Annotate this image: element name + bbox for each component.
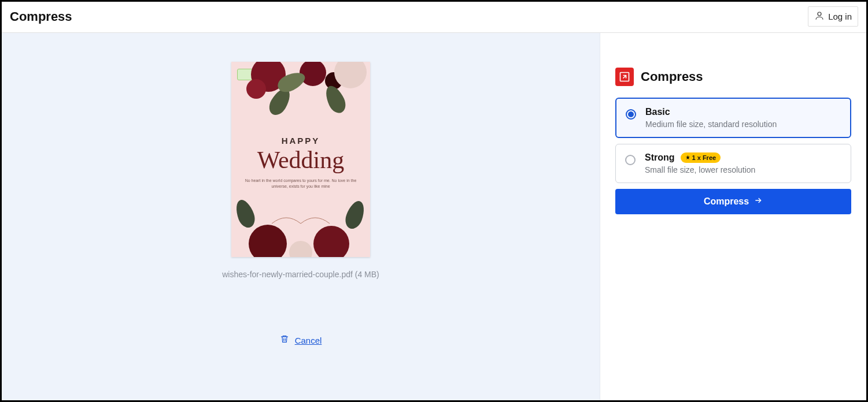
badge-text: 1 x Free: [692, 154, 716, 161]
trash-icon: [280, 334, 289, 346]
main-area: HAPPY Wedding No heart in the world comp…: [2, 33, 866, 400]
cta-label: Compress: [704, 196, 749, 207]
card-heading-2: Wedding: [257, 148, 345, 172]
option-name: Basic: [645, 107, 670, 117]
svg-point-0: [818, 12, 821, 16]
user-icon: [814, 10, 825, 23]
radio-icon: [626, 109, 636, 120]
free-badge: 1 x Free: [681, 152, 721, 163]
login-button[interactable]: Log in: [808, 6, 858, 27]
document-thumbnail[interactable]: HAPPY Wedding No heart in the world comp…: [231, 62, 370, 257]
app-header: Compress Log in: [2, 2, 866, 33]
option-name: Strong: [645, 152, 675, 163]
compress-icon: [615, 68, 634, 86]
laurel-decoration: [269, 212, 333, 227]
star-icon: [685, 154, 690, 161]
compress-option-basic[interactable]: Basic Medium file size, standard resolut…: [615, 98, 851, 138]
option-description: Small file size, lower resolution: [645, 165, 755, 174]
cancel-label: Cancel: [295, 336, 322, 345]
card-subtext: No heart in the world compares to yours …: [239, 178, 362, 189]
arrow-right-icon: [754, 196, 763, 207]
option-description: Medium file size, standard resolution: [645, 120, 777, 129]
card-heading-1: HAPPY: [282, 136, 320, 146]
flower-decoration: [313, 226, 349, 257]
file-name-label: wishes-for-newly-married-couple.pdf (4 M…: [222, 270, 379, 279]
login-label: Log in: [828, 12, 852, 21]
page-title: Compress: [10, 9, 72, 24]
compress-button[interactable]: Compress: [615, 189, 851, 214]
options-panel: Compress Basic Medium file size, standar…: [600, 33, 866, 400]
preview-panel: HAPPY Wedding No heart in the world comp…: [2, 33, 600, 400]
radio-icon: [625, 155, 636, 165]
panel-title: Compress: [641, 69, 703, 84]
cancel-button[interactable]: Cancel: [280, 334, 322, 346]
panel-header: Compress: [615, 68, 851, 86]
compress-option-strong[interactable]: Strong 1 x Free Small file size, lower r…: [615, 144, 851, 183]
